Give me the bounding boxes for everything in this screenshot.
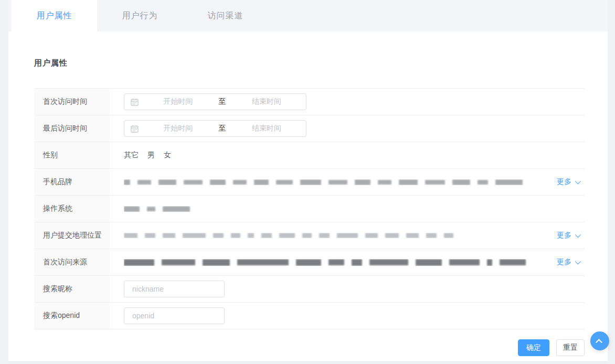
- redacted-option-block[interactable]: [147, 207, 155, 211]
- filter-row-gender: 性别 其它 男 女: [34, 142, 585, 169]
- tab-user-behavior[interactable]: 用户行为: [97, 0, 183, 31]
- nickname-search-input[interactable]: [124, 281, 225, 297]
- redacted-option-block[interactable]: [248, 233, 254, 238]
- redacted-option-block[interactable]: [124, 179, 130, 185]
- more-label: 更多: [557, 258, 571, 267]
- redacted-option-block[interactable]: [495, 179, 523, 185]
- redacted-option-block[interactable]: [355, 179, 370, 185]
- gender-option-female[interactable]: 女: [164, 151, 171, 160]
- end-time-input[interactable]: 结束时间: [227, 97, 306, 106]
- gender-option-other[interactable]: 其它: [124, 151, 139, 160]
- reset-button[interactable]: 重置: [556, 339, 585, 356]
- redacted-option-block[interactable]: [399, 179, 418, 185]
- redacted-option-block[interactable]: [337, 233, 358, 238]
- more-button[interactable]: 更多: [557, 177, 579, 187]
- redacted-option-block[interactable]: [300, 179, 321, 185]
- redacted-option-block[interactable]: [369, 259, 408, 265]
- back-to-top-button[interactable]: [590, 331, 609, 350]
- chevron-down-icon: [575, 178, 581, 184]
- redacted-option-block[interactable]: [183, 233, 206, 238]
- redacted-option-block[interactable]: [163, 206, 190, 212]
- redacted-options: [124, 233, 557, 238]
- start-time-input[interactable]: 开始时间: [139, 124, 218, 133]
- more-button[interactable]: 更多: [557, 231, 579, 240]
- redacted-option-block[interactable]: [444, 233, 453, 238]
- redacted-option-block[interactable]: [184, 180, 203, 185]
- gender-option-male[interactable]: 男: [147, 151, 155, 160]
- filter-row-first-visit-source: 首次访问来源 更多: [34, 249, 585, 276]
- redacted-option-block[interactable]: [145, 233, 155, 238]
- row-label: 手机品牌: [34, 169, 110, 195]
- openid-search-input[interactable]: [124, 307, 225, 324]
- redacted-option-block[interactable]: [210, 179, 226, 185]
- first-visit-daterange-picker[interactable]: 开始时间 至 结束时间: [124, 93, 306, 110]
- redacted-option-block[interactable]: [124, 233, 137, 238]
- row-content: [110, 196, 585, 222]
- redacted-option-block[interactable]: [276, 180, 293, 185]
- row-label: 首次访问来源: [34, 249, 110, 275]
- redacted-option-block[interactable]: [162, 259, 195, 265]
- redacted-option-block[interactable]: [163, 233, 175, 238]
- redacted-option-block[interactable]: [328, 259, 344, 265]
- redacted-option-block[interactable]: [365, 233, 378, 238]
- redacted-option-block[interactable]: [378, 180, 391, 185]
- redacted-option-block[interactable]: [487, 259, 492, 266]
- redacted-option-block[interactable]: [452, 179, 470, 185]
- more-button[interactable]: 更多: [557, 258, 579, 267]
- form-actions: 确定 重置: [8, 339, 585, 356]
- more-label: 更多: [557, 177, 571, 187]
- redacted-option-block[interactable]: [385, 233, 399, 238]
- redacted-option-block[interactable]: [231, 233, 240, 238]
- confirm-button[interactable]: 确定: [518, 339, 549, 356]
- tab-access-channel-label: 访问渠道: [208, 10, 243, 22]
- tab-access-channel[interactable]: 访问渠道: [183, 0, 268, 31]
- start-time-input[interactable]: 开始时间: [139, 97, 218, 106]
- filter-panel-card: 用户属性 用户行为 访问渠道 用户属性 首次访问时间 开始时间 至 结束时间: [8, 0, 608, 362]
- end-time-input[interactable]: 结束时间: [227, 124, 306, 133]
- range-separator: 至: [218, 124, 227, 133]
- range-separator: 至: [218, 97, 227, 106]
- redacted-option-block[interactable]: [124, 206, 140, 212]
- redacted-option-block[interactable]: [279, 233, 295, 238]
- redacted-option-block[interactable]: [425, 180, 445, 185]
- redacted-option-block[interactable]: [426, 233, 437, 238]
- row-content: 更多: [110, 249, 585, 275]
- redacted-option-block[interactable]: [302, 233, 312, 238]
- redacted-option-block[interactable]: [319, 233, 330, 238]
- redacted-option-block[interactable]: [478, 180, 488, 185]
- redacted-option-block[interactable]: [328, 180, 347, 185]
- row-content: 更多: [110, 169, 585, 195]
- redacted-option-block[interactable]: [296, 259, 321, 266]
- last-visit-daterange-picker[interactable]: 开始时间 至 结束时间: [124, 120, 306, 137]
- redacted-option-block[interactable]: [124, 259, 154, 266]
- filter-row-last-visit-time: 最后访问时间 开始时间 至 结束时间: [34, 115, 585, 142]
- redacted-option-block[interactable]: [500, 259, 526, 265]
- redacted-option-block[interactable]: [203, 259, 230, 266]
- redacted-option-block[interactable]: [261, 233, 272, 238]
- redacted-option-block[interactable]: [416, 259, 442, 266]
- tab-user-attributes[interactable]: 用户属性: [12, 0, 97, 31]
- more-label: 更多: [557, 231, 571, 240]
- redacted-option-block[interactable]: [233, 180, 247, 185]
- filter-row-first-visit-time: 首次访问时间 开始时间 至 结束时间: [34, 89, 585, 115]
- redacted-option-block[interactable]: [158, 179, 176, 185]
- redacted-option-block[interactable]: [352, 259, 362, 266]
- filter-row-search-nickname: 搜索昵称: [34, 276, 585, 303]
- redacted-option-block[interactable]: [406, 233, 419, 238]
- redacted-option-block[interactable]: [137, 180, 151, 185]
- calendar-icon: [131, 125, 139, 133]
- redacted-option-block[interactable]: [449, 259, 480, 265]
- redacted-option-block[interactable]: [237, 259, 289, 265]
- redacted-option-block[interactable]: [213, 233, 224, 238]
- section-title: 用户属性: [34, 58, 608, 68]
- filter-table: 首次访问时间 开始时间 至 结束时间 最后访问时间: [34, 88, 585, 329]
- row-label: 用户提交地理位置: [34, 222, 110, 249]
- row-content: 开始时间 至 结束时间: [110, 89, 585, 115]
- redacted-option-block[interactable]: [254, 179, 269, 185]
- chevron-down-icon: [575, 259, 581, 264]
- chevron-down-icon: [575, 232, 581, 238]
- row-content: [110, 276, 585, 302]
- calendar-icon: [131, 98, 139, 106]
- redacted-options: [124, 206, 585, 212]
- row-label: 操作系统: [34, 196, 110, 222]
